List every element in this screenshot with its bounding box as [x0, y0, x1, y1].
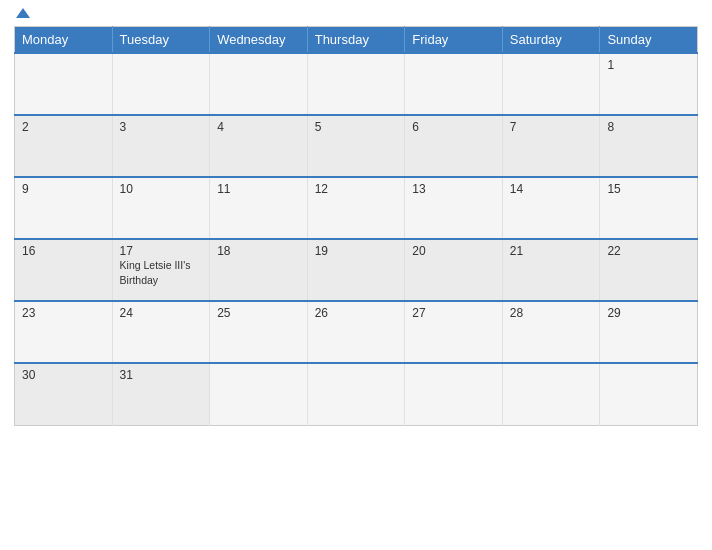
calendar-cell: 24 [112, 301, 210, 363]
page: MondayTuesdayWednesdayThursdayFridaySatu… [0, 0, 712, 550]
logo [14, 10, 30, 20]
day-number: 26 [315, 306, 398, 320]
calendar-cell: 20 [405, 239, 503, 301]
calendar-cell: 8 [600, 115, 698, 177]
calendar-cell: 15 [600, 177, 698, 239]
calendar-cell [307, 53, 405, 115]
calendar-cell: 31 [112, 363, 210, 425]
day-number: 18 [217, 244, 300, 258]
calendar-cell: 29 [600, 301, 698, 363]
day-number: 31 [120, 368, 203, 382]
calendar-cell [307, 363, 405, 425]
day-number: 17 [120, 244, 203, 258]
week-row-4: 23242526272829 [15, 301, 698, 363]
day-number: 7 [510, 120, 593, 134]
day-number: 14 [510, 182, 593, 196]
day-number: 5 [315, 120, 398, 134]
calendar-cell: 23 [15, 301, 113, 363]
calendar-cell: 6 [405, 115, 503, 177]
day-number: 3 [120, 120, 203, 134]
calendar-cell: 27 [405, 301, 503, 363]
calendar-cell: 30 [15, 363, 113, 425]
calendar-cell: 14 [502, 177, 600, 239]
calendar-cell: 28 [502, 301, 600, 363]
calendar-cell: 11 [210, 177, 308, 239]
day-number: 16 [22, 244, 105, 258]
calendar-cell: 21 [502, 239, 600, 301]
day-number: 20 [412, 244, 495, 258]
calendar-table: MondayTuesdayWednesdayThursdayFridaySatu… [14, 26, 698, 426]
day-number: 8 [607, 120, 690, 134]
calendar-cell: 2 [15, 115, 113, 177]
logo-triangle-icon [16, 8, 30, 18]
day-number: 2 [22, 120, 105, 134]
calendar-cell: 9 [15, 177, 113, 239]
calendar-cell [15, 53, 113, 115]
week-row-5: 3031 [15, 363, 698, 425]
day-number: 4 [217, 120, 300, 134]
day-number: 28 [510, 306, 593, 320]
calendar-cell [502, 53, 600, 115]
calendar-cell [210, 53, 308, 115]
calendar-cell: 3 [112, 115, 210, 177]
calendar-cell: 12 [307, 177, 405, 239]
calendar-cell: 5 [307, 115, 405, 177]
day-header-wednesday: Wednesday [210, 27, 308, 54]
calendar-cell [600, 363, 698, 425]
calendar-cell: 4 [210, 115, 308, 177]
calendar-cell: 7 [502, 115, 600, 177]
calendar-cell [112, 53, 210, 115]
calendar-cell [405, 363, 503, 425]
week-row-1: 2345678 [15, 115, 698, 177]
calendar-cell: 13 [405, 177, 503, 239]
days-header-row: MondayTuesdayWednesdayThursdayFridaySatu… [15, 27, 698, 54]
week-row-3: 1617King Letsie III's Birthday1819202122 [15, 239, 698, 301]
day-header-saturday: Saturday [502, 27, 600, 54]
day-header-monday: Monday [15, 27, 113, 54]
day-number: 24 [120, 306, 203, 320]
header [14, 10, 698, 20]
day-number: 19 [315, 244, 398, 258]
calendar-cell: 1 [600, 53, 698, 115]
day-number: 27 [412, 306, 495, 320]
week-row-2: 9101112131415 [15, 177, 698, 239]
day-number: 10 [120, 182, 203, 196]
day-number: 6 [412, 120, 495, 134]
calendar-cell: 10 [112, 177, 210, 239]
calendar-cell: 25 [210, 301, 308, 363]
calendar-cell: 18 [210, 239, 308, 301]
day-number: 25 [217, 306, 300, 320]
day-header-friday: Friday [405, 27, 503, 54]
calendar-cell: 17King Letsie III's Birthday [112, 239, 210, 301]
day-number: 30 [22, 368, 105, 382]
day-number: 11 [217, 182, 300, 196]
calendar-cell: 26 [307, 301, 405, 363]
day-number: 21 [510, 244, 593, 258]
day-number: 23 [22, 306, 105, 320]
calendar-cell: 22 [600, 239, 698, 301]
calendar-cell [405, 53, 503, 115]
day-number: 12 [315, 182, 398, 196]
calendar-cell [210, 363, 308, 425]
day-number: 9 [22, 182, 105, 196]
calendar-cell: 19 [307, 239, 405, 301]
week-row-0: 1 [15, 53, 698, 115]
day-number: 15 [607, 182, 690, 196]
calendar-cell: 16 [15, 239, 113, 301]
day-number: 1 [607, 58, 690, 72]
day-number: 22 [607, 244, 690, 258]
day-event: King Letsie III's Birthday [120, 259, 191, 286]
day-header-tuesday: Tuesday [112, 27, 210, 54]
day-number: 13 [412, 182, 495, 196]
calendar-cell [502, 363, 600, 425]
day-number: 29 [607, 306, 690, 320]
day-header-sunday: Sunday [600, 27, 698, 54]
day-header-thursday: Thursday [307, 27, 405, 54]
